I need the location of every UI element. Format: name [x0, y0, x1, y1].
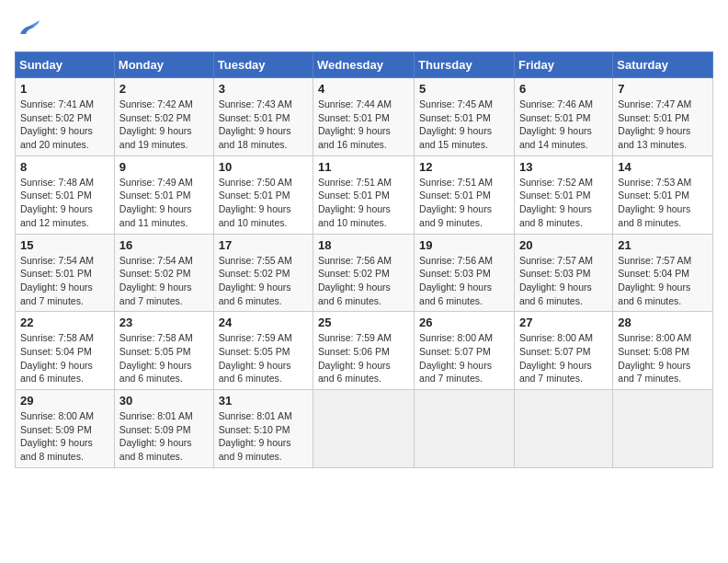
day-info: Sunrise: 8:00 AM Sunset: 5:08 PM Dayligh…: [618, 331, 708, 385]
weekday-header-saturday: Saturday: [613, 52, 713, 78]
page-header: [15, 15, 713, 42]
day-number: 28: [618, 316, 708, 329]
day-info: Sunrise: 7:55 AM Sunset: 5:02 PM Dayligh…: [219, 254, 308, 308]
day-number: 1: [20, 82, 109, 96]
day-number: 7: [618, 82, 708, 96]
day-number: 19: [419, 238, 509, 252]
day-number: 13: [519, 160, 608, 174]
day-cell: 12Sunrise: 7:51 AM Sunset: 5:01 PM Dayli…: [415, 155, 515, 234]
day-info: Sunrise: 7:50 AM Sunset: 5:01 PM Dayligh…: [219, 176, 308, 230]
weekday-header-monday: Monday: [114, 52, 213, 78]
day-cell: 16Sunrise: 7:54 AM Sunset: 5:02 PM Dayli…: [114, 234, 213, 312]
day-number: 3: [219, 82, 308, 96]
day-info: Sunrise: 7:48 AM Sunset: 5:01 PM Dayligh…: [20, 176, 109, 230]
day-number: 10: [219, 160, 308, 174]
day-number: 29: [20, 394, 109, 408]
day-cell: 29Sunrise: 8:00 AM Sunset: 5:09 PM Dayli…: [16, 390, 115, 468]
day-cell: 2Sunrise: 7:42 AM Sunset: 5:02 PM Daylig…: [114, 78, 213, 156]
day-info: Sunrise: 7:58 AM Sunset: 5:04 PM Dayligh…: [20, 331, 109, 385]
day-cell: 10Sunrise: 7:50 AM Sunset: 5:01 PM Dayli…: [213, 155, 313, 234]
day-cell: 19Sunrise: 7:56 AM Sunset: 5:03 PM Dayli…: [415, 234, 515, 312]
day-number: 26: [419, 316, 509, 329]
day-cell: 18Sunrise: 7:56 AM Sunset: 5:02 PM Dayli…: [313, 234, 415, 312]
day-cell: 22Sunrise: 7:58 AM Sunset: 5:04 PM Dayli…: [16, 312, 115, 390]
day-number: 23: [119, 316, 209, 329]
day-info: Sunrise: 8:00 AM Sunset: 5:09 PM Dayligh…: [20, 409, 109, 464]
weekday-header-sunday: Sunday: [16, 52, 115, 78]
day-cell: 4Sunrise: 7:44 AM Sunset: 5:01 PM Daylig…: [313, 78, 415, 156]
day-cell: 11Sunrise: 7:51 AM Sunset: 5:01 PM Dayli…: [313, 155, 415, 234]
day-info: Sunrise: 7:57 AM Sunset: 5:03 PM Dayligh…: [519, 254, 608, 308]
day-number: 6: [519, 82, 608, 96]
day-number: 20: [519, 238, 608, 252]
day-number: 2: [119, 82, 209, 96]
day-cell: 25Sunrise: 7:59 AM Sunset: 5:06 PM Dayli…: [313, 312, 415, 390]
weekday-header-friday: Friday: [514, 52, 612, 78]
day-number: 27: [519, 316, 608, 329]
day-info: Sunrise: 7:46 AM Sunset: 5:01 PM Dayligh…: [519, 98, 608, 152]
calendar-header-row: SundayMondayTuesdayWednesdayThursdayFrid…: [16, 52, 713, 78]
day-info: Sunrise: 7:53 AM Sunset: 5:01 PM Dayligh…: [618, 176, 708, 230]
day-cell: 6Sunrise: 7:46 AM Sunset: 5:01 PM Daylig…: [514, 78, 612, 156]
day-info: Sunrise: 7:54 AM Sunset: 5:02 PM Dayligh…: [119, 254, 209, 308]
calendar-table: SundayMondayTuesdayWednesdayThursdayFrid…: [15, 52, 713, 468]
day-info: Sunrise: 8:00 AM Sunset: 5:07 PM Dayligh…: [419, 331, 509, 385]
day-info: Sunrise: 7:52 AM Sunset: 5:01 PM Dayligh…: [519, 176, 608, 230]
day-cell: [514, 390, 612, 468]
day-cell: 21Sunrise: 7:57 AM Sunset: 5:04 PM Dayli…: [613, 234, 713, 312]
day-info: Sunrise: 7:51 AM Sunset: 5:01 PM Dayligh…: [419, 176, 509, 230]
week-row-1: 1Sunrise: 7:41 AM Sunset: 5:02 PM Daylig…: [16, 78, 713, 156]
week-row-2: 8Sunrise: 7:48 AM Sunset: 5:01 PM Daylig…: [16, 155, 713, 234]
weekday-header-tuesday: Tuesday: [213, 52, 313, 78]
logo: [15, 15, 46, 42]
day-info: Sunrise: 7:41 AM Sunset: 5:02 PM Dayligh…: [20, 98, 109, 152]
day-cell: 23Sunrise: 7:58 AM Sunset: 5:05 PM Dayli…: [114, 312, 213, 390]
day-number: 14: [618, 160, 708, 174]
day-info: Sunrise: 7:42 AM Sunset: 5:02 PM Dayligh…: [119, 98, 209, 152]
day-number: 12: [419, 160, 509, 174]
day-info: Sunrise: 8:01 AM Sunset: 5:10 PM Dayligh…: [219, 409, 308, 464]
day-info: Sunrise: 8:01 AM Sunset: 5:09 PM Dayligh…: [119, 409, 209, 464]
day-info: Sunrise: 7:49 AM Sunset: 5:01 PM Dayligh…: [119, 176, 209, 230]
day-number: 21: [618, 238, 708, 252]
day-cell: 8Sunrise: 7:48 AM Sunset: 5:01 PM Daylig…: [16, 155, 115, 234]
day-cell: 1Sunrise: 7:41 AM Sunset: 5:02 PM Daylig…: [16, 78, 115, 156]
day-cell: 13Sunrise: 7:52 AM Sunset: 5:01 PM Dayli…: [514, 155, 612, 234]
day-number: 15: [20, 238, 109, 252]
day-info: Sunrise: 7:56 AM Sunset: 5:03 PM Dayligh…: [419, 254, 509, 308]
day-cell: 3Sunrise: 7:43 AM Sunset: 5:01 PM Daylig…: [213, 78, 313, 156]
day-cell: [313, 390, 415, 468]
day-cell: 24Sunrise: 7:59 AM Sunset: 5:05 PM Dayli…: [213, 312, 313, 390]
day-info: Sunrise: 7:44 AM Sunset: 5:01 PM Dayligh…: [318, 98, 409, 152]
day-cell: 26Sunrise: 8:00 AM Sunset: 5:07 PM Dayli…: [415, 312, 515, 390]
weekday-header-wednesday: Wednesday: [313, 52, 415, 78]
day-cell: 31Sunrise: 8:01 AM Sunset: 5:10 PM Dayli…: [213, 390, 313, 468]
day-number: 18: [318, 238, 409, 252]
day-number: 22: [20, 316, 109, 329]
day-number: 25: [318, 316, 409, 329]
day-cell: 28Sunrise: 8:00 AM Sunset: 5:08 PM Dayli…: [613, 312, 713, 390]
day-number: 9: [119, 160, 209, 174]
day-info: Sunrise: 7:51 AM Sunset: 5:01 PM Dayligh…: [318, 176, 409, 230]
day-cell: 20Sunrise: 7:57 AM Sunset: 5:03 PM Dayli…: [514, 234, 612, 312]
day-info: Sunrise: 7:54 AM Sunset: 5:01 PM Dayligh…: [20, 254, 109, 308]
day-number: 8: [20, 160, 109, 174]
day-cell: 14Sunrise: 7:53 AM Sunset: 5:01 PM Dayli…: [613, 155, 713, 234]
day-number: 5: [419, 82, 509, 96]
day-info: Sunrise: 7:57 AM Sunset: 5:04 PM Dayligh…: [618, 254, 708, 308]
day-cell: [415, 390, 515, 468]
day-info: Sunrise: 7:58 AM Sunset: 5:05 PM Dayligh…: [119, 331, 209, 385]
logo-icon: [15, 15, 42, 42]
day-cell: 15Sunrise: 7:54 AM Sunset: 5:01 PM Dayli…: [16, 234, 115, 312]
week-row-3: 15Sunrise: 7:54 AM Sunset: 5:01 PM Dayli…: [16, 234, 713, 312]
weekday-header-thursday: Thursday: [415, 52, 515, 78]
day-info: Sunrise: 7:59 AM Sunset: 5:05 PM Dayligh…: [219, 331, 308, 385]
day-info: Sunrise: 7:59 AM Sunset: 5:06 PM Dayligh…: [318, 331, 409, 385]
week-row-4: 22Sunrise: 7:58 AM Sunset: 5:04 PM Dayli…: [16, 312, 713, 390]
day-number: 30: [119, 394, 209, 408]
day-info: Sunrise: 7:47 AM Sunset: 5:01 PM Dayligh…: [618, 98, 708, 152]
day-cell: 27Sunrise: 8:00 AM Sunset: 5:07 PM Dayli…: [514, 312, 612, 390]
day-cell: 9Sunrise: 7:49 AM Sunset: 5:01 PM Daylig…: [114, 155, 213, 234]
day-number: 24: [219, 316, 308, 329]
day-cell: 30Sunrise: 8:01 AM Sunset: 5:09 PM Dayli…: [114, 390, 213, 468]
